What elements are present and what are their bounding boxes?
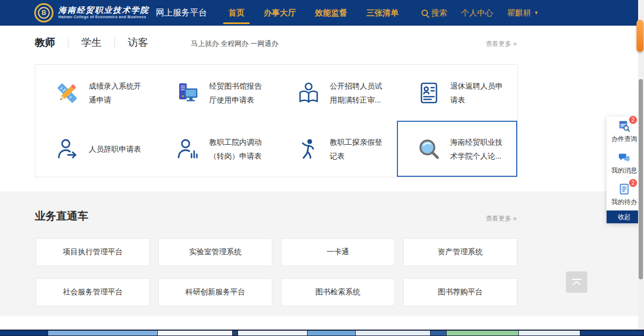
search-label: 搜索 (431, 8, 447, 18)
service-card-title: 海南经贸职业技术学院个人论... (450, 135, 507, 163)
id-card-icon (417, 81, 441, 105)
school-name-zh: 海南经贸职业技术学院 (58, 6, 149, 15)
chevron-down-icon: ▼ (534, 10, 539, 15)
school-logo: B 海南经贸职业技术学院 Hainan College of Economics… (34, 3, 149, 22)
person-transfer-icon (176, 137, 200, 161)
panel-item-my-todo[interactable]: 2 我的待办 (607, 179, 642, 210)
service-card-grade-entry[interactable]: 成绩录入系统开通申请 (35, 65, 156, 121)
tab-visitor[interactable]: 访客 (115, 36, 161, 50)
audience-tabs: 教师 学生 访客 马上就办 全程网办 一网通办 (35, 34, 278, 51)
biz-btn-social-service[interactable]: 社会服务管理平台 (36, 278, 150, 306)
quick-actions-panel: 2 办件查询 我的消息 2 我的待办 收起 (607, 116, 642, 223)
service-card-personal-forum[interactable]: 海南经贸职业技术学院个人论... (397, 121, 517, 177)
nav-item-service-hall[interactable]: 办事大厅 (264, 0, 296, 26)
panel-item-label: 我的消息 (611, 166, 637, 175)
business-express-title: 业务直通车 (35, 209, 88, 223)
case-query-badge: 2 (629, 116, 637, 124)
services-view-more-link[interactable]: 查看更多 » (486, 40, 517, 49)
scrollbar-thumb-orange[interactable] (637, 20, 643, 52)
arrow-up-to-line-icon (571, 278, 582, 286)
biz-btn-lab-system[interactable]: 实验室管理系统 (158, 238, 272, 266)
todo-list-icon (618, 183, 631, 195)
service-card-title: 退休返聘人员申请表 (450, 79, 507, 107)
panel-item-case-query[interactable]: 2 办件查询 (607, 116, 642, 148)
service-card-title: 人员辞职申请表 (89, 142, 145, 156)
reading-person-icon (297, 81, 320, 105)
service-card-resignation[interactable]: 人员辞职申请表 (35, 121, 156, 177)
emblem-letter: B (38, 7, 50, 19)
main-nav: 首页 办事大厅 效能监督 三张清单 (228, 0, 398, 26)
services-grid: 成绩录入系统开通申请 经贸图书馆报告厅使用申请表 (35, 64, 518, 177)
service-card-title: 教职工探亲假登记表 (330, 135, 387, 163)
biz-btn-project-mgmt[interactable]: 项目执行管理平台 (36, 238, 150, 266)
school-name-en: Hainan College of Economics and Business (58, 15, 149, 20)
my-todo-badge: 2 (629, 179, 637, 187)
panel-item-label: 办件查询 (611, 135, 637, 144)
chat-bubbles-icon (618, 152, 631, 163)
footer-peek-strip (0, 330, 644, 336)
document-search-icon (618, 120, 631, 132)
platform-name: 网上服务平台 (156, 7, 207, 19)
scrollbar-thumb-gray[interactable] (639, 79, 643, 279)
service-slogan: 马上就办 全程网办 一网通办 (191, 39, 278, 49)
top-header: B 海南经贸职业技术学院 Hainan College of Economics… (0, 0, 644, 26)
school-emblem-icon: B (34, 3, 53, 22)
magnifier-icon (417, 137, 441, 161)
username: 瞿麒耕 (507, 8, 531, 18)
service-card-library-hall[interactable]: 经贸图书馆报告厅使用申请表 (156, 65, 276, 121)
nav-item-three-lists[interactable]: 三张清单 (366, 0, 398, 26)
panel-item-label: 我的待办 (611, 198, 637, 207)
biz-btn-one-card[interactable]: 一卡通 (281, 238, 395, 266)
service-card-title: 教职工院内调动（转岗）申请表 (209, 135, 266, 163)
service-card-transfer[interactable]: 教职工院内调动（转岗）申请表 (156, 121, 276, 177)
personal-center-link[interactable]: 个人中心 (461, 8, 493, 18)
service-card-title: 经贸图书馆报告厅使用申请表 (209, 79, 266, 107)
nav-item-efficiency[interactable]: 效能监督 (315, 0, 347, 26)
biz-btn-book-recommend[interactable]: 图书荐购平台 (403, 278, 517, 306)
business-express-section: 业务直通车 查看更多 » 项目执行管理平台 实验室管理系统 一卡通 资产管理系统… (0, 191, 644, 316)
person-exit-icon (56, 137, 79, 161)
computer-icon (176, 81, 200, 105)
walking-person-icon (297, 137, 320, 161)
biz-btn-book-search[interactable]: 图书检索系统 (281, 278, 395, 306)
business-view-more-link[interactable]: 查看更多 » (486, 214, 517, 223)
back-to-top-button[interactable] (566, 271, 587, 293)
service-card-title: 公开招聘人员试用期满转正审... (330, 79, 387, 107)
panel-collapse-button[interactable]: 收起 (607, 210, 642, 223)
search-icon (421, 10, 428, 16)
business-button-grid: 项目执行管理平台 实验室管理系统 一卡通 资产管理系统 社会服务管理平台 科研创… (36, 238, 517, 306)
service-card-rehire[interactable]: 退休返聘人员申请表 (397, 65, 517, 121)
service-card-family-visit[interactable]: 教职工探亲假登记表 (277, 121, 397, 177)
nav-item-home[interactable]: 首页 (228, 0, 244, 26)
service-card-recruitment[interactable]: 公开招聘人员试用期满转正审... (277, 65, 397, 121)
user-menu[interactable]: 瞿麒耕 ▼ (507, 8, 539, 18)
panel-item-my-messages[interactable]: 我的消息 (607, 148, 642, 179)
ruler-pencil-icon (56, 81, 79, 105)
biz-btn-asset-mgmt[interactable]: 资产管理系统 (403, 238, 517, 266)
service-card-title: 成绩录入系统开通申请 (89, 79, 145, 107)
tab-student[interactable]: 学生 (68, 36, 114, 50)
tab-teacher[interactable]: 教师 (35, 36, 68, 50)
biz-btn-research-platform[interactable]: 科研创新服务平台 (158, 278, 272, 306)
search-button[interactable]: 搜索 (421, 8, 447, 18)
